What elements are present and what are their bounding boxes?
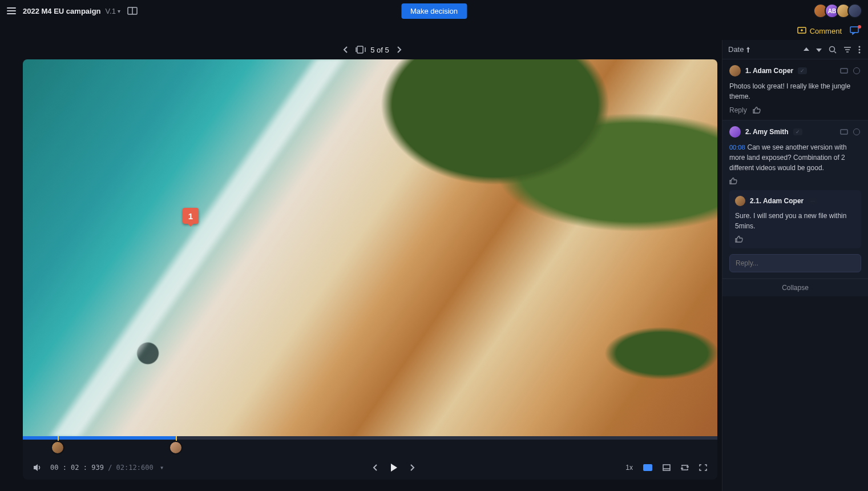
timecode: 00 : 02 : 939 / 02:12:600 ▾ (50, 464, 164, 472)
avatar (735, 196, 745, 206)
annotation-marker[interactable]: 1 (183, 208, 199, 224)
svg-point-12 (830, 46, 835, 51)
collapse-down-icon[interactable] (814, 46, 823, 54)
volume-icon[interactable] (31, 461, 45, 474)
thumbnail-icon[interactable] (660, 462, 673, 473)
video-viewport[interactable]: 1 (23, 59, 717, 436)
like-icon[interactable] (729, 178, 737, 184)
svg-rect-9 (643, 464, 652, 471)
collapse-up-icon[interactable] (802, 46, 811, 54)
comment[interactable]: 2. Amy Smith ✓ 00:08Can we see another v… (722, 120, 868, 279)
loop-icon[interactable] (679, 462, 691, 473)
more-icon[interactable] (857, 44, 862, 55)
timeline[interactable] (23, 436, 717, 456)
comment-author: 2.1. Adam Coper (750, 197, 804, 205)
play-icon[interactable] (387, 461, 400, 474)
comment-body: 00:08Can we see another version with mor… (729, 142, 861, 173)
fullscreen-icon[interactable] (697, 462, 709, 473)
svg-rect-21 (841, 130, 847, 134)
attach-icon[interactable] (839, 127, 849, 136)
badge-icon: ··· (808, 198, 817, 204)
comment-button[interactable]: Comment (797, 26, 842, 35)
menu-icon[interactable] (6, 5, 17, 17)
playback-speed[interactable]: 1x (623, 461, 635, 474)
comment[interactable]: 1. Adam Coper ✓ Photos look great! I rea… (722, 59, 868, 120)
svg-point-17 (859, 46, 861, 47)
comment-label: Comment (810, 27, 842, 35)
badge-icon: ✓ (798, 67, 807, 74)
sort-arrow-up-icon (746, 47, 750, 53)
collapse-button[interactable]: Collapse (722, 279, 868, 296)
project-title: 2022 M4 EU campaign (23, 7, 101, 15)
comment-timestamp[interactable]: 00:08 (729, 144, 745, 151)
timecode-dropdown-icon[interactable]: ▾ (160, 464, 164, 472)
like-icon[interactable] (735, 236, 743, 243)
chat-icon[interactable] (850, 26, 860, 35)
svg-line-13 (834, 51, 836, 53)
next-frame-icon[interactable] (407, 462, 417, 473)
comment-reply: 2.1. Adam Coper ··· Sure. I will send yo… (729, 190, 861, 248)
attach-icon[interactable] (839, 66, 849, 75)
search-icon[interactable] (827, 44, 838, 55)
prev-frame-icon[interactable] (370, 462, 381, 473)
asset-stack-icon[interactable] (356, 46, 366, 54)
status-circle-icon[interactable] (852, 66, 861, 75)
comment-body: Photos look great! I really like the jun… (729, 81, 861, 102)
comment-body: Sure. I will send you a new file within … (735, 211, 855, 231)
version-dropdown[interactable]: V.1 (106, 7, 120, 15)
timeline-marker[interactable] (176, 436, 177, 441)
timeline-progress (23, 436, 176, 440)
comments-sort-dropdown[interactable]: Date (728, 45, 750, 54)
reply-input[interactable] (729, 254, 861, 272)
next-asset-icon[interactable] (394, 43, 404, 56)
svg-point-19 (859, 51, 861, 53)
compare-icon[interactable] (127, 7, 138, 15)
svg-rect-6 (357, 46, 363, 53)
svg-rect-10 (663, 465, 670, 470)
svg-rect-20 (841, 69, 847, 73)
reply-link[interactable]: Reply (729, 106, 747, 114)
prev-asset-icon[interactable] (341, 43, 351, 56)
caption-icon[interactable] (641, 462, 655, 473)
svg-point-18 (859, 49, 861, 50)
timeline-marker[interactable] (58, 436, 59, 441)
asset-counter: 5 of 5 (370, 46, 389, 54)
badge-icon: ✓ (793, 128, 802, 135)
comment-author: 2. Amy Smith (745, 128, 789, 136)
svg-rect-5 (850, 27, 858, 33)
like-icon[interactable] (753, 107, 761, 114)
filter-icon[interactable] (842, 45, 853, 55)
avatar[interactable] (847, 3, 862, 18)
timeline-comment-avatar[interactable] (169, 441, 183, 454)
avatar (729, 126, 741, 138)
timeline-comment-avatar[interactable] (51, 441, 64, 454)
status-circle-icon[interactable] (852, 127, 861, 136)
comment-author: 1. Adam Coper (745, 67, 793, 75)
collaborator-avatars: AB (817, 3, 862, 18)
make-decision-button[interactable]: Make decision (401, 3, 467, 19)
avatar (729, 65, 741, 77)
notification-dot (858, 25, 861, 29)
